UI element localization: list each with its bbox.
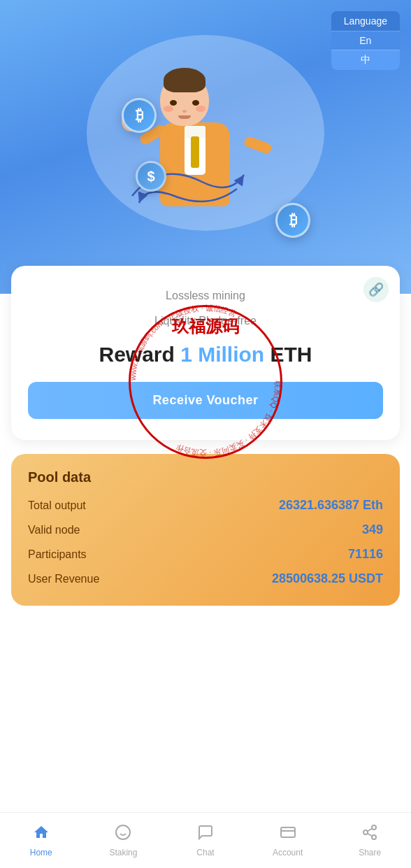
svg-line-10 xyxy=(368,828,373,831)
card-subtitle-line1: Lossless mining xyxy=(28,287,383,305)
btc-coin-bottom: ₿ xyxy=(275,203,310,238)
nav-item-home[interactable]: Home xyxy=(0,824,82,858)
dollar-coin: $ xyxy=(136,161,166,192)
pool-label-user-revenue: User Revenue xyxy=(28,573,99,585)
reward-eth: ETH xyxy=(271,343,312,366)
pool-data-title: Pool data xyxy=(28,469,383,485)
nav-item-share[interactable]: Share xyxy=(329,824,411,858)
card-subtitle-line2: Liquidity Pledge-free xyxy=(28,312,383,330)
pool-row-participants: Participants 71116 xyxy=(28,547,383,562)
svg-point-7 xyxy=(363,830,368,834)
nav-item-staking[interactable]: Staking xyxy=(82,824,165,858)
btc-coin-top: ₿ xyxy=(122,98,157,133)
pool-value-user-revenue: 28500638.25 USDT xyxy=(272,571,383,586)
pool-label-participants: Participants xyxy=(28,548,87,561)
home-icon xyxy=(33,824,50,845)
link-icon-button[interactable]: 🔗 xyxy=(363,277,389,302)
nav-item-account[interactable]: Account xyxy=(247,824,329,858)
nav-label-account: Account xyxy=(273,848,303,858)
receive-voucher-button[interactable]: Receive Voucher xyxy=(28,382,383,419)
pool-label-valid-node: Valid node xyxy=(28,524,80,536)
pool-value-participants: 71116 xyxy=(348,547,383,562)
nav-label-share: Share xyxy=(359,848,381,858)
hero-section: Language En 中 ₿ xyxy=(0,0,411,294)
nav-label-chat: Chat xyxy=(196,848,214,858)
nav-label-staking: Staking xyxy=(109,848,137,858)
language-option-en[interactable]: En xyxy=(331,31,400,50)
svg-point-6 xyxy=(372,825,376,830)
staking-icon xyxy=(115,824,131,845)
svg-line-9 xyxy=(368,833,373,836)
pool-value-total-output: 26321.636387 Eth xyxy=(279,498,383,513)
reward-million: 1 Million xyxy=(180,343,264,366)
pool-value-valid-node: 349 xyxy=(362,522,383,537)
character-head xyxy=(160,73,209,126)
pool-row-user-revenue: User Revenue 28500638.25 USDT xyxy=(28,571,383,586)
language-title: Language xyxy=(331,11,400,31)
nav-item-chat[interactable]: Chat xyxy=(164,824,247,858)
chat-icon xyxy=(197,824,214,845)
reward-text: Reward 1 Million ETH xyxy=(28,341,383,368)
svg-point-8 xyxy=(372,835,376,839)
pool-data-card: Pool data Total output 26321.636387 Eth … xyxy=(11,454,400,606)
account-icon xyxy=(280,824,296,845)
language-selector[interactable]: Language En 中 xyxy=(331,11,400,70)
main-card: 🔗 Lossless mining Liquidity Pledge-free … xyxy=(11,266,400,440)
pool-label-total-output: Total output xyxy=(28,499,86,512)
language-option-zh[interactable]: 中 xyxy=(331,50,400,70)
nav-label-home: Home xyxy=(30,848,52,858)
reward-prefix: Reward xyxy=(99,343,174,366)
share-icon xyxy=(361,824,378,845)
pool-row-total-output: Total output 26321.636387 Eth xyxy=(28,498,383,513)
bottom-nav: Home Staking Chat Account xyxy=(0,812,411,868)
pool-row-valid-node: Valid node 349 xyxy=(28,522,383,537)
svg-rect-4 xyxy=(281,827,295,837)
